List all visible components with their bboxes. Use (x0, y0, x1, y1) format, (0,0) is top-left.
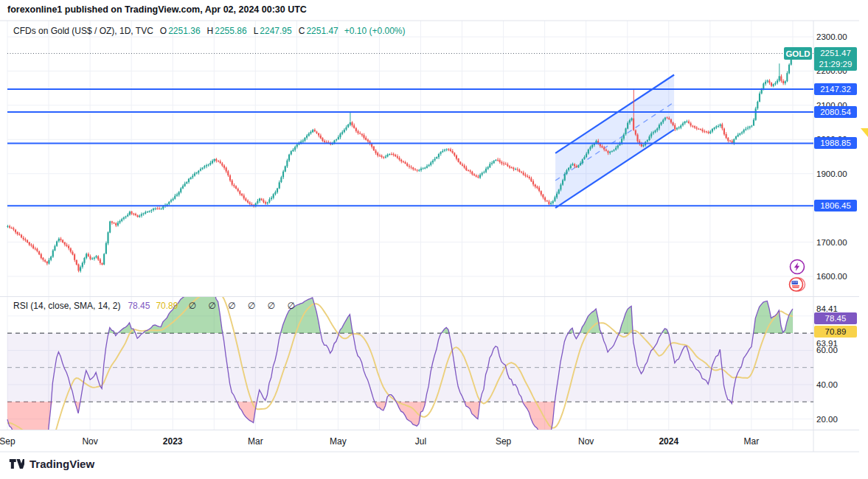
time-axis-label: Mar (248, 436, 263, 447)
open-value: 2251.36 (168, 26, 200, 36)
price-axis-tick: 1600.00 (816, 271, 847, 282)
close-label: C (299, 26, 305, 36)
time-axis-label: 2023 (163, 436, 183, 447)
rsi-legend: RSI (14, close, SMA, 14, 2)78.4570.89∅ ∅… (13, 301, 295, 311)
rsi-axis-tick: 40.00 (816, 380, 838, 390)
high-label: H (207, 26, 214, 36)
price-level-badge: 2080.54 (814, 106, 857, 118)
rsi-title: RSI (14, close, SMA, 14, 2) (13, 301, 120, 311)
tradingview-brand-text: TradingView (29, 458, 94, 470)
rsi-ma-value: 70.89 (156, 301, 178, 311)
axis-overlay: 2300.002200.002100.002000.001900.001800.… (0, 0, 868, 479)
high-value: 2255.86 (215, 26, 246, 36)
symbol-marker-badge: GOLD (784, 47, 812, 60)
last-price-badge: 2251.47 21:29:29 (814, 47, 857, 71)
low-label: L (254, 26, 259, 36)
price-level-badge: 1988.85 (814, 137, 857, 149)
tradingview-published-chart: forexonline1 published on TradingView.co… (0, 0, 868, 479)
rsi-value-badge: 78.45 (814, 312, 857, 324)
time-axis-label: Mar (744, 436, 760, 447)
time-axis-label: Sep (496, 436, 511, 447)
price-axis-tick: 1900.00 (816, 169, 847, 179)
time-axis-label: 2024 (659, 436, 678, 447)
rsi-value-badge: 70.89 (814, 326, 857, 338)
rsi-value: 78.45 (128, 301, 150, 311)
time-axis-label: Jul (415, 436, 426, 447)
low-value: 2247.95 (260, 26, 291, 36)
bar-countdown: 21:29:29 (819, 59, 853, 70)
time-axis-label: May (330, 436, 347, 447)
price-axis-tick: 1700.00 (816, 237, 847, 248)
close-value: 2251.47 (306, 26, 338, 36)
flag-medal-icon[interactable] (788, 276, 806, 296)
open-label: O (160, 26, 167, 36)
time-axis-label: Nov (578, 436, 594, 447)
tradingview-logo-icon (9, 458, 24, 470)
rsi-axis-tick: 60.00 (816, 345, 838, 355)
symbol-title: CFDs on Gold (US$ / OZ), 1D, TVC (13, 26, 153, 36)
change-value: +0.10 (+0.00%) (344, 26, 406, 36)
time-axis-label: Nov (82, 436, 97, 447)
rsi-empty-values: ∅ ∅ ∅ ∅ ∅ ∅ (188, 301, 294, 311)
price-level-badge: 1806.45 (814, 200, 857, 211)
price-axis-tick: 2300.00 (816, 32, 847, 42)
rsi-axis-tick: 20.00 (816, 414, 838, 424)
last-price-value: 2251.47 (820, 48, 851, 59)
symbol-legend: CFDs on Gold (US$ / OZ), 1D, TVCO2251.36… (13, 26, 406, 36)
tradingview-footer[interactable]: TradingView (9, 458, 94, 470)
time-axis-label: Sep (0, 436, 15, 447)
price-level-badge: 2147.32 (814, 83, 857, 95)
